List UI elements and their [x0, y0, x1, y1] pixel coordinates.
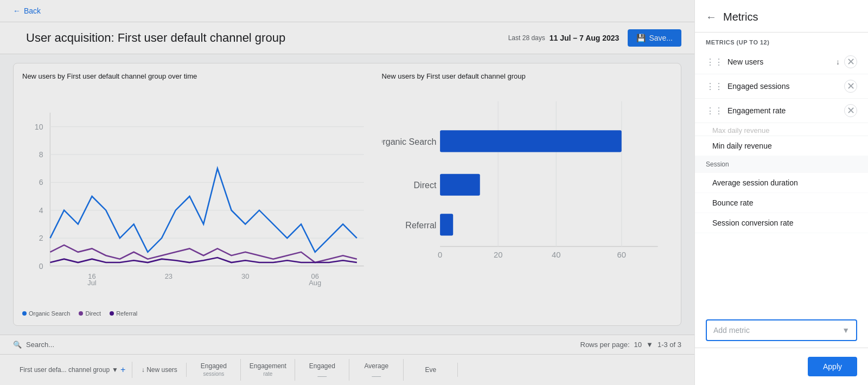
svg-text:23: 23	[165, 272, 173, 280]
add-metric-placeholder: Add metric	[713, 326, 750, 335]
svg-rect-32	[440, 214, 453, 235]
svg-text:10: 10	[35, 123, 43, 131]
svg-text:8: 8	[39, 150, 43, 159]
metric-item-engagement-rate[interactable]: ⋮⋮ Engagement rate ✕	[695, 99, 868, 123]
arrow-container: ➡ Average session duration	[695, 173, 868, 193]
back-label: Back	[24, 7, 41, 15]
metric-name-engaged-sessions: Engaged sessions	[727, 82, 840, 91]
svg-text:2: 2	[39, 234, 43, 242]
drag-icon-1: ⋮⋮	[706, 57, 723, 67]
save-label: Save...	[649, 34, 673, 42]
bar-chart-title: New users by First user default channel …	[382, 72, 672, 80]
legend-label-referral: Referral	[116, 310, 137, 317]
col-channel-add[interactable]: +	[120, 365, 125, 375]
panel-back-button[interactable]: ←	[706, 11, 717, 23]
col-new-users: ↓ New users	[132, 363, 187, 377]
legend-label-direct: Direct	[85, 310, 101, 317]
chart-legend: Organic Search Direct Referral	[22, 310, 371, 317]
dropdown-option-session-conversion[interactable]: Session conversion rate	[695, 213, 868, 233]
search-box[interactable]: 🔍 Search...	[13, 341, 54, 349]
legend-label-organic: Organic Search	[29, 310, 70, 317]
legend-direct: Direct	[79, 310, 101, 317]
col-channel-label: First user defa... channel group	[20, 366, 110, 374]
svg-text:Referral: Referral	[405, 220, 436, 230]
drag-icon-2: ⋮⋮	[706, 81, 723, 92]
svg-text:Direct: Direct	[413, 180, 436, 190]
panel-footer: Apply	[695, 348, 868, 385]
bottom-bar: 🔍 Search... Rows per page: 10 ▼ 1-3 of 3	[0, 335, 694, 354]
remove-engaged-sessions-button[interactable]: ✕	[844, 80, 857, 93]
add-metric-chevron-icon: ▼	[842, 326, 850, 335]
remove-new-users-button[interactable]: ✕	[844, 55, 857, 68]
legend-dot-referral	[110, 311, 114, 316]
col-eve: Eve	[404, 363, 458, 377]
line-chart-title: New users by First user default channel …	[22, 72, 371, 80]
table-footer: First user defa... channel group ▼ + ↓ N…	[0, 354, 694, 385]
rows-dropdown-icon[interactable]: ▼	[646, 341, 653, 349]
col-engaged: Engagedsessions	[187, 359, 241, 381]
metrics-section-label: METRICS (UP TO 12)	[695, 33, 868, 50]
legend-referral: Referral	[110, 310, 137, 317]
svg-text:30: 30	[241, 272, 249, 280]
date-label: Last 28 days	[508, 34, 545, 42]
panel-header: ← Metrics	[695, 0, 868, 33]
search-placeholder: Search...	[26, 341, 54, 349]
date-range: Last 28 days 11 Jul – 7 Aug 2023	[508, 34, 620, 42]
line-chart-svg: 0 2 4 6 8 10 16 Jul 23 30	[22, 87, 371, 306]
back-arrow-icon: ←	[13, 7, 21, 15]
search-icon: 🔍	[13, 341, 22, 349]
col-channel-group[interactable]: First user defa... channel group ▼ +	[13, 362, 132, 378]
svg-text:0: 0	[39, 262, 43, 271]
pagination-text: 1-3 of 3	[658, 341, 681, 349]
partial-max-daily-revenue: Max daily revenue	[695, 123, 868, 136]
sort-arrow-new-users[interactable]: ↓	[836, 57, 840, 66]
metrics-dropdown-list[interactable]: Max daily revenue Min daily revenue Sess…	[695, 123, 868, 313]
back-button[interactable]: ← Back	[13, 7, 41, 15]
svg-rect-28	[440, 130, 622, 152]
dropdown-section-session: Session	[695, 156, 868, 173]
date-range-value: 11 Jul – 7 Aug 2023	[550, 34, 620, 42]
svg-text:20: 20	[494, 251, 502, 259]
svg-text:0: 0	[438, 251, 442, 259]
svg-rect-30	[440, 174, 480, 196]
metric-name-new-users: New users	[727, 57, 832, 66]
rows-per-page-value: 10	[634, 341, 642, 349]
svg-text:Jul: Jul	[87, 279, 96, 287]
svg-text:6: 6	[39, 178, 43, 187]
panel-title: Metrics	[723, 11, 758, 23]
metric-item-engaged-sessions[interactable]: ⋮⋮ Engaged sessions ✕	[695, 74, 868, 99]
col-average: Average___	[349, 359, 404, 381]
metrics-panel: ← Metrics METRICS (UP TO 12) ⋮⋮ New user…	[694, 0, 868, 385]
svg-text:40: 40	[552, 251, 560, 259]
chart-container: New users by First user default channel …	[13, 63, 681, 326]
remove-engagement-rate-button[interactable]: ✕	[844, 104, 857, 117]
rows-per-page: Rows per page: 10 ▼ 1-3 of 3	[580, 341, 682, 349]
metric-item-new-users[interactable]: ⋮⋮ New users ↓ ✕	[695, 50, 868, 74]
legend-dot-direct	[79, 311, 83, 316]
add-metric-dropdown[interactable]: Add metric ▼	[706, 319, 857, 341]
col-channel-arrow[interactable]: ▼	[112, 366, 118, 374]
dropdown-option-avg-session[interactable]: Average session duration	[695, 173, 868, 193]
col-engagement-rate: Engagementrate	[241, 359, 295, 381]
line-chart: New users by First user default channel …	[22, 72, 371, 317]
save-icon: 💾	[636, 34, 646, 42]
col-engaged2: Engaged___	[295, 359, 349, 381]
metric-name-engagement-rate: Engagement rate	[727, 106, 840, 115]
page-title: User acquisition: First user default cha…	[13, 27, 508, 49]
legend-organic-search: Organic Search	[22, 310, 70, 317]
svg-text:Aug: Aug	[309, 279, 321, 287]
svg-text:4: 4	[39, 206, 43, 215]
svg-text:Organic Search: Organic Search	[382, 137, 436, 146]
bar-chart: New users by First user default channel …	[382, 72, 672, 317]
dropdown-option-min-daily-revenue[interactable]: Min daily revenue	[695, 136, 868, 156]
drag-icon-3: ⋮⋮	[706, 106, 723, 116]
apply-button[interactable]: Apply	[808, 357, 857, 376]
svg-text:60: 60	[617, 251, 626, 259]
dropdown-option-bounce-rate[interactable]: Bounce rate	[695, 193, 868, 213]
rows-per-page-label: Rows per page:	[580, 341, 630, 349]
save-button[interactable]: 💾 Save...	[628, 29, 681, 47]
legend-dot-organic	[22, 311, 27, 316]
bar-chart-svg: 0 20 40 60 Organic Search Direct Refer	[382, 87, 672, 275]
